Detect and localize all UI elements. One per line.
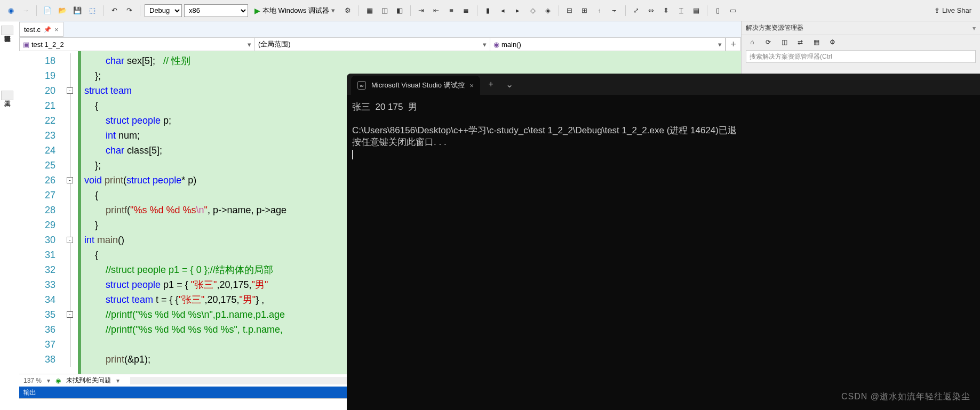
debug-console-window: ∞ Microsoft Visual Studio 调试控 × + ⌄ 张三 2… [347,74,980,410]
play-icon: ▶ [254,6,260,15]
fold-toggle[interactable]: - [67,177,73,183]
solution-search-input[interactable]: 搜索解决方案资源管理器(Ctrl [746,50,976,63]
outdent-icon[interactable]: ⇤ [430,4,443,17]
nav-back-icon[interactable]: ◉ [4,4,17,17]
uncomment-icon[interactable]: ≣ [460,4,473,17]
server-explorer-tab[interactable]: 服务器资源管理器 [1,26,13,35]
redo-icon[interactable]: ↷ [123,4,136,17]
comment-icon[interactable]: ≡ [445,4,458,17]
fold-column: ---- [62,51,78,374]
se-home-icon[interactable]: ⌂ [746,36,759,49]
fold-toggle[interactable]: - [67,311,73,318]
indent-icon[interactable]: ⇥ [415,4,428,17]
code-line[interactable]: char sex[5]; // 性别 [81,53,741,68]
terminal-add-tab-button[interactable]: + [480,79,501,89]
g4-icon[interactable]: ⌶ [675,4,688,17]
g5-icon[interactable]: ▤ [690,4,703,17]
project-icon: ▣ [23,41,29,49]
zoom-level[interactable]: 137 % [23,377,42,384]
start-debug-button[interactable]: ▶ 本地 Windows 调试器 ▾ [250,4,339,17]
terminal-line: 张三 20 175 男 [352,102,417,112]
b2-icon[interactable]: ▸ [512,4,524,17]
tool-2-icon[interactable]: ◫ [378,4,391,17]
line-gutter: 1819202122232425262728293031323334353637… [19,51,62,374]
live-share-label: Live Shar [942,6,971,14]
live-share-button[interactable]: ⇪ Live Shar [934,6,976,14]
b4-icon[interactable]: ◈ [541,4,554,17]
f1-icon[interactable]: ⊟ [563,4,576,17]
se-t1-icon[interactable]: ◫ [778,36,791,49]
nav-fwd-icon: → [19,4,32,17]
toolbox-tab[interactable]: 工具箱 [1,91,13,100]
solution-explorer-toolbar: ⌂ ⟳ ◫ ⇄ ▦ ⚙ [742,35,980,49]
f2-icon[interactable]: ⊞ [578,4,591,17]
share-icon: ⇪ [934,6,940,14]
function-scope[interactable]: ◉ main() ▾ [490,38,726,51]
undo-icon[interactable]: ↶ [108,4,121,17]
watermark: CSDN @逝水如流年轻往返染尘 [841,391,970,403]
tool-3-icon[interactable]: ◧ [393,4,406,17]
close-icon[interactable]: × [54,26,59,34]
terminal-tab-title: Microsoft Visual Studio 调试控 [371,81,465,90]
save-icon[interactable]: 💾 [71,4,84,17]
se-refresh-icon[interactable]: ⟳ [762,36,775,49]
project-name: test 1_2_2 [31,41,64,49]
terminal-titlebar: ∞ Microsoft Visual Studio 调试控 × + ⌄ [347,74,980,95]
terminal-tab-close-icon[interactable]: × [470,82,474,90]
scope-add-button[interactable]: + [726,38,740,51]
b1-icon[interactable]: ◂ [497,4,509,17]
file-name: test.c [24,26,41,34]
platform-select[interactable]: x86 [184,4,248,17]
h1-icon[interactable]: ▯ [712,4,724,17]
file-tab-test-c[interactable]: test.c 📌 × [19,22,63,37]
pin-icon[interactable]: 📌 [44,26,51,33]
main-toolbar: ◉ → 📄 📂 💾 ⬚ ↶ ↷ Debug x86 ▶ 本地 Windows 调… [0,0,980,21]
tool-1-icon[interactable]: ▦ [363,4,376,17]
debugger-label: 本地 Windows 调试器 [262,6,329,15]
terminal-tab[interactable]: ∞ Microsoft Visual Studio 调试控 × [351,76,480,95]
se-t2-icon[interactable]: ▦ [810,36,823,49]
g1-icon[interactable]: ⤢ [630,4,643,17]
terminal-line: 按任意键关闭此窗口. . . [352,137,447,147]
solution-explorer-title: 解决方案资源管理器 ▾ [742,21,980,35]
g3-icon[interactable]: ⇕ [660,4,673,17]
f3-icon[interactable]: ⫞ [593,4,606,17]
project-scope[interactable]: ▣ test 1_2_2 ▾ [20,38,255,51]
fold-toggle[interactable]: - [67,237,73,243]
issues-label: 未找到相关问题 [66,376,111,385]
terminal-dropdown-icon[interactable]: ⌄ [501,79,517,90]
scope-scope[interactable]: (全局范围) ▾ [255,38,490,51]
vs-icon: ∞ [357,81,366,90]
scope-name: (全局范围) [258,39,291,49]
terminal-line: C:\Users\86156\Desktop\c++学习\c-study_c\t… [352,125,737,135]
function-name: main() [501,41,521,49]
bookmark-icon[interactable]: ▮ [482,4,495,17]
file-tab-bar: test.c 📌 × [19,21,741,37]
b3-icon[interactable]: ◇ [527,4,539,17]
function-icon: ◉ [493,41,499,49]
se-t3-icon[interactable]: ⚙ [826,36,839,49]
f4-icon[interactable]: ⫟ [608,4,621,17]
new-file-icon[interactable]: 📄 [41,4,54,17]
terminal-body[interactable]: 张三 20 175 男 C:\Users\86156\Desktop\c++学习… [347,95,980,166]
h2-icon[interactable]: ▭ [727,4,739,17]
g2-icon[interactable]: ⇔ [645,4,658,17]
fold-toggle[interactable]: - [67,87,73,94]
terminal-cursor [352,150,353,159]
open-icon[interactable]: 📂 [56,4,69,17]
save-all-icon[interactable]: ⬚ [86,4,99,17]
search-placeholder: 搜索解决方案资源管理器(Ctrl [750,52,832,61]
build-icon[interactable]: ⚙ [341,4,354,17]
status-ok-icon: ◉ [55,377,61,384]
scope-bar: ▣ test 1_2_2 ▾ (全局范围) ▾ ◉ main() ▾ + [19,37,741,51]
config-select[interactable]: Debug [145,4,182,17]
se-sync-icon[interactable]: ⇄ [794,36,807,49]
